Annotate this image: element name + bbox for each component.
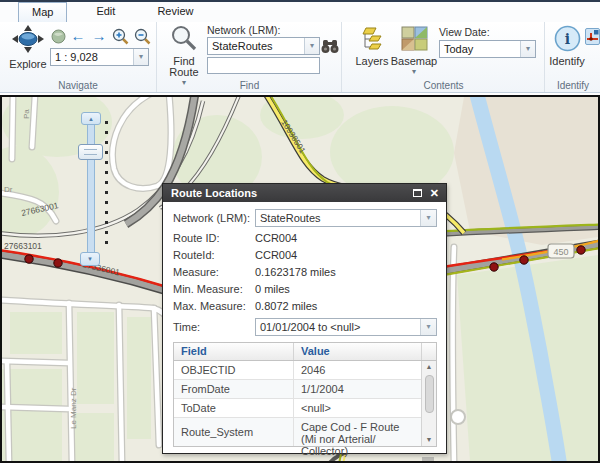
view-date-combobox[interactable]: Today ▾ [439, 40, 536, 58]
min-measure-value: 0 miles [255, 283, 290, 295]
group-navigate: Explore ← → [0, 22, 157, 92]
find-route-icon [170, 24, 198, 54]
ribbon-tab-bar: Map Edit Review [0, 2, 600, 22]
group-label-navigate: Navigate [0, 80, 156, 91]
group-label-find: Find [158, 80, 341, 91]
dlg-network-combobox[interactable]: StateRoutes ▾ [255, 209, 437, 227]
scroll-down-icon[interactable]: ▼ [426, 434, 433, 446]
table-row[interactable]: FromDate 1/1/2004 [174, 380, 421, 399]
table-header: Field Value [174, 343, 436, 361]
cell-value: 2046 [294, 361, 421, 379]
globe-button[interactable] [49, 28, 67, 44]
table-row[interactable]: Route_System Cape Cod - F Route (Mi nor … [174, 418, 421, 446]
route-id-input[interactable] [207, 57, 320, 74]
route-id-label: Route ID: [173, 232, 255, 244]
dialog-title: Route Locations [171, 187, 257, 199]
cell-value: Cape Cod - F Route (Mi nor Arterial/ Col… [294, 418, 421, 446]
identify-label: Identify [549, 55, 584, 67]
zoom-slider-track[interactable] [87, 115, 95, 265]
close-icon[interactable]: ✕ [430, 184, 439, 202]
tab-review[interactable]: Review [144, 2, 206, 22]
slider-up-icon: ▲ [88, 116, 94, 122]
column-header-field[interactable]: Field [174, 343, 294, 360]
chevron-down-icon[interactable]: ▾ [420, 210, 436, 226]
basemap-label: Basemap [391, 55, 437, 67]
table-scrollbar[interactable]: ▲ ▼ [421, 361, 436, 446]
route-label-27663101: 27663101 [4, 241, 42, 251]
view-date-label: View Date: [439, 26, 490, 38]
find-route-button[interactable]: Find Route ▾ [164, 24, 204, 87]
attributes-table: Field Value OBJECTID 2046 FromDate 1/1/2… [173, 342, 437, 447]
group-find: Find Route ▾ Network (LRM): StateRoutes … [158, 22, 342, 92]
forward-button[interactable]: → [90, 28, 108, 44]
ribbon-body: Explore ← → [0, 22, 600, 93]
chevron-down-icon[interactable]: ▾ [520, 41, 535, 57]
search-binoculars-button[interactable] [321, 38, 339, 54]
map-scale-value: 1 : 9,028 [51, 49, 133, 65]
time-combobox[interactable]: 01/01/2004 to <null> ▾ [255, 318, 437, 336]
routeid-value: CCR004 [255, 249, 297, 261]
identify-icon: i [554, 25, 581, 54]
chevron-down-icon[interactable]: ▾ [304, 38, 319, 54]
max-measure-label: Max. Measure: [173, 300, 255, 312]
dlg-network-value: StateRoutes [256, 210, 420, 226]
explore-label: Explore [9, 58, 46, 70]
layers-icon [359, 26, 385, 54]
chevron-down-icon: ▾ [412, 67, 416, 76]
layers-button[interactable]: Layers [353, 26, 391, 67]
network-lrm-value: StateRoutes [208, 38, 304, 54]
table-row[interactable]: ToDate <null> [174, 399, 421, 418]
cell-field: FromDate [174, 380, 294, 398]
globe-icon [51, 29, 66, 44]
maximize-icon[interactable] [413, 189, 422, 197]
zoom-in-icon [112, 28, 129, 45]
basemap-button[interactable]: Basemap ▾ [391, 26, 437, 76]
column-header-value[interactable]: Value [294, 343, 421, 360]
min-measure-label: Min. Measure: [173, 283, 255, 295]
dialog-body: Network (LRM): StateRoutes ▾ Route ID:CC… [163, 202, 446, 447]
measure-value: 0.1623178 miles [255, 266, 336, 278]
zoom-slider-ticks [105, 121, 108, 249]
route-id-value: CCR004 [255, 232, 297, 244]
column-header-scroll-spacer [421, 343, 436, 360]
tab-edit[interactable]: Edit [83, 2, 128, 22]
street-label-pa: Pa [22, 109, 31, 119]
slider-down-icon: ▼ [87, 256, 93, 262]
tab-map[interactable]: Map [18, 2, 67, 22]
layers-label: Layers [355, 55, 388, 67]
group-contents: Layers Basemap ▾ [343, 22, 545, 92]
zoom-slider-handle[interactable] [78, 144, 103, 160]
dialog-titlebar[interactable]: Route Locations ✕ [163, 184, 446, 202]
cell-field: OBJECTID [174, 361, 294, 379]
table-row[interactable]: OBJECTID 2046 [174, 361, 421, 380]
highway-shield: 450 [548, 244, 574, 258]
cell-value: <null> [294, 399, 421, 417]
time-label: Time: [173, 321, 255, 333]
map-scale-combobox[interactable]: 1 : 9,028 ▾ [50, 48, 149, 66]
highway-shield-number: 450 [553, 247, 568, 257]
identify-route-locations-button[interactable] [585, 28, 600, 45]
street-label-le-manz-dr: Le Manz Dr [69, 387, 78, 429]
scrollbar-thumb[interactable] [425, 375, 434, 413]
zoom-out-button[interactable] [133, 28, 151, 44]
network-lrm-combobox[interactable]: StateRoutes ▾ [207, 37, 320, 55]
time-value: 01/01/2004 to <null> [256, 319, 420, 335]
basemap-icon [401, 26, 428, 54]
back-button[interactable]: ← [69, 28, 87, 44]
cell-value: 1/1/2004 [294, 380, 421, 398]
group-identify: i Identify Identify [546, 22, 600, 92]
find-route-label-2: Route [169, 66, 198, 78]
chevron-down-icon[interactable]: ▾ [420, 319, 436, 335]
back-arrow-icon: ← [71, 29, 86, 43]
scroll-up-icon[interactable]: ▲ [426, 361, 433, 373]
zoom-slider-up-button[interactable]: ▲ [81, 112, 101, 125]
zoom-in-button[interactable] [111, 28, 129, 44]
view-date-value: Today [440, 41, 520, 57]
identify-button[interactable]: i Identify [548, 25, 586, 67]
chevron-down-icon[interactable]: ▾ [133, 49, 148, 65]
ribbon: Map Edit Review [0, 0, 600, 95]
explore-button[interactable]: Explore [6, 25, 50, 70]
zoom-slider-down-button[interactable]: ▼ [80, 252, 100, 266]
dlg-network-label: Network (LRM): [173, 212, 255, 224]
routeid-label: RouteId: [173, 249, 255, 261]
